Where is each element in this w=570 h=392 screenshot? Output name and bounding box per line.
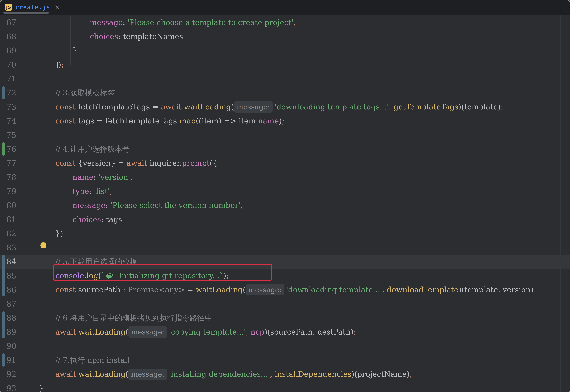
code-line-90[interactable]: [0, 339, 570, 353]
inlay-hint-message: message:: [128, 368, 167, 380]
tab-create-js[interactable]: JS create.js ×: [2, 1, 63, 13]
code-line-73[interactable]: const fetchTemplateTags = await waitLoad…: [0, 100, 570, 114]
editor[interactable]: 67message: 'Please choose a template to …: [0, 0, 570, 392]
code-line-87[interactable]: [0, 297, 570, 311]
inlay-hint-message: message:: [246, 284, 284, 295]
code-line-69[interactable]: }: [0, 43, 570, 58]
code-line-67[interactable]: message: 'Please choose a template to cr…: [0, 15, 570, 29]
code-line-81[interactable]: choices: tags: [0, 212, 570, 226]
code-line-82[interactable]: }): [0, 226, 570, 240]
code-line-83[interactable]: [0, 240, 570, 255]
active-tab-underline: [3, 12, 49, 14]
code-line-78[interactable]: name: 'version',: [0, 170, 570, 184]
code-line-75[interactable]: [0, 128, 570, 142]
code-line-79[interactable]: type: 'list',: [0, 184, 570, 198]
close-icon[interactable]: ×: [54, 4, 60, 11]
code-line-88[interactable]: // 6.将用户目录中的模板拷贝到执行指令路径中: [0, 311, 570, 325]
vcs-change-marker-modified[interactable]: [2, 86, 5, 99]
code-line-86[interactable]: const sourcePath : Promise<any> = waitLo…: [0, 283, 570, 297]
code-line-93[interactable]: }: [0, 381, 570, 392]
code-line-80[interactable]: message: 'Please select the version numb…: [0, 198, 570, 212]
code-line-91[interactable]: // 7.执行 npm install: [0, 353, 570, 367]
intention-lightbulb-icon[interactable]: [39, 242, 47, 251]
inlay-hint-message: message:: [234, 101, 273, 112]
code-line-74[interactable]: const tags = fetchTemplateTags.map((item…: [0, 114, 570, 128]
code-line-68[interactable]: choices: templateNames: [0, 29, 570, 43]
vcs-change-marker-modified[interactable]: [2, 255, 5, 296]
inlay-hint-message: message:: [128, 326, 167, 338]
vcs-change-marker-modified[interactable]: [2, 353, 5, 366]
code-line-77[interactable]: const {version} = await inquirer.prompt(…: [0, 156, 570, 170]
code-line-72[interactable]: // 3.获取模板标签: [0, 86, 570, 100]
annotation-red-box: [53, 264, 272, 281]
code-line-89[interactable]: await waitLoading(message:'copying templ…: [0, 325, 570, 339]
ide-window: 67message: 'Please choose a template to …: [0, 0, 570, 392]
vcs-change-marker-modified[interactable]: [2, 311, 5, 338]
vcs-change-marker-added[interactable]: [2, 142, 5, 155]
code-line-71[interactable]: [0, 72, 570, 86]
javascript-file-icon: JS: [5, 4, 12, 11]
tab-title: create.js: [15, 4, 50, 11]
code-line-76[interactable]: // 4.让用户选择版本号: [0, 142, 570, 156]
editor-tab-bar: JS create.js ×: [0, 0, 570, 15]
code-line-70[interactable]: ]);: [0, 58, 570, 72]
code-line-92[interactable]: await waitLoading(message:'installing de…: [0, 367, 570, 381]
